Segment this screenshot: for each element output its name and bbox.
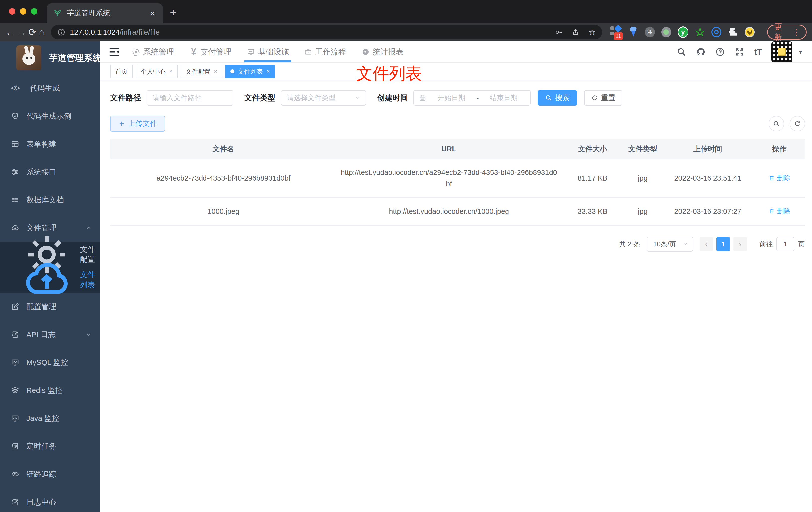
browser-update-button[interactable]: 更新 ⋮	[767, 25, 807, 40]
search-icon[interactable]	[676, 47, 686, 57]
extension-command-icon[interactable]: ⌘	[645, 27, 655, 37]
upload-button-label: 上传文件	[128, 119, 157, 129]
sidebar-item-file-list[interactable]: 文件列表	[0, 267, 100, 293]
extension-balloon-icon[interactable]	[628, 27, 638, 38]
screen: 芋道管理系统 × + ← → ⟳ ⌂ 127.0.0.1:1024/infra/…	[0, 0, 812, 512]
info-icon[interactable]	[57, 28, 65, 36]
sidebar-item-label: MySQL 监控	[26, 357, 92, 368]
update-label: 更新	[774, 22, 788, 42]
gear-icon	[132, 48, 140, 56]
top-navigation: 系统管理 ¥ 支付管理 基础设施	[131, 41, 418, 62]
topnav-payment[interactable]: ¥ 支付管理	[188, 41, 232, 62]
window-minimize-button[interactable]	[20, 8, 26, 15]
address-bar[interactable]: 127.0.0.1:1024/infra/file/file ☆	[51, 25, 602, 39]
sidebar-item-code-demo[interactable]: 代码生成示例	[0, 102, 100, 130]
table-grid-icon	[11, 196, 20, 204]
extension-star-icon[interactable]	[695, 27, 705, 38]
file-path-input[interactable]	[153, 94, 227, 102]
sidebar-item-db-doc[interactable]: 数据库文档	[0, 186, 100, 214]
browser-tab[interactable]: 芋道管理系统 ×	[47, 3, 163, 23]
date-end-placeholder[interactable]: 结束日期	[482, 93, 525, 103]
tag-file-config[interactable]: 文件配置 ×	[180, 65, 223, 78]
select-placeholder: 请选择文件类型	[287, 93, 336, 103]
sidebar-item-redis-monitor[interactable]: Redis 监控	[0, 377, 100, 404]
reload-button[interactable]: ⟳	[28, 27, 36, 37]
topnav-infrastructure[interactable]: 基础设施	[246, 41, 290, 62]
chevron-down-icon[interactable]: ▾	[799, 48, 802, 56]
back-button[interactable]: ←	[5, 27, 15, 37]
search-button[interactable]: 搜索	[538, 90, 577, 106]
page-1-button[interactable]: 1	[717, 237, 730, 251]
extension-puzzle-icon[interactable]	[728, 27, 738, 38]
delete-button[interactable]: 删除	[768, 207, 790, 216]
sidebar-collapse-icon[interactable]	[109, 47, 120, 57]
create-time-label: 创建时间	[377, 93, 408, 103]
file-type-select[interactable]: 请选择文件类型	[281, 90, 366, 106]
home-button[interactable]: ⌂	[38, 27, 46, 37]
extension-eye-icon[interactable]	[712, 27, 722, 37]
topnav-workflow[interactable]: 工作流程	[303, 41, 347, 62]
table-refresh-button[interactable]	[789, 116, 805, 131]
bookmark-star-icon[interactable]: ☆	[588, 27, 596, 37]
tag-home[interactable]: 首页	[110, 65, 133, 78]
command-glyph: ⌘	[647, 29, 653, 36]
sidebar-item-api-log[interactable]: API 日志	[0, 321, 100, 349]
delete-button[interactable]: 删除	[768, 174, 790, 182]
share-icon[interactable]	[571, 28, 580, 36]
forward-button[interactable]: →	[17, 27, 26, 37]
fullscreen-icon[interactable]	[735, 47, 745, 57]
browser-menu-icon[interactable]: ⋮	[792, 28, 800, 37]
page-size-select[interactable]: 10条/页	[647, 237, 693, 251]
sidebar-item-form-builder[interactable]: 表单构建	[0, 130, 100, 158]
sidebar-item-log-center[interactable]: 日志中心	[0, 488, 100, 512]
topnav-reports[interactable]: 统计报表	[360, 41, 405, 62]
document-edit-icon	[11, 330, 20, 339]
help-icon[interactable]	[716, 47, 725, 57]
tag-label: 文件列表	[238, 67, 263, 76]
browser-toolbar: ← → ⟳ ⌂ 127.0.0.1:1024/infra/file/file ☆	[0, 23, 812, 41]
font-size-icon[interactable]: tT	[754, 47, 761, 57]
header-actions: tT ▾	[676, 41, 802, 62]
password-key-icon[interactable]	[554, 28, 563, 36]
upload-file-button[interactable]: 上传文件	[110, 116, 165, 131]
search-button-label: 搜索	[555, 93, 570, 103]
sidebar-item-java-monitor[interactable]: Java 监控	[0, 404, 100, 432]
tag-file-list[interactable]: 文件列表 ×	[226, 65, 275, 78]
tab-close-icon[interactable]: ×	[148, 9, 156, 18]
chevron-left-icon: ‹	[705, 240, 707, 248]
sidebar-item-mysql-monitor[interactable]: MySQL 监控	[0, 349, 100, 377]
sidebar-item-scheduled-tasks[interactable]: 定时任务	[0, 432, 100, 460]
close-icon[interactable]: ×	[169, 68, 173, 75]
extension-y-icon[interactable]: y	[677, 26, 688, 38]
github-icon[interactable]	[696, 47, 705, 57]
tag-profile[interactable]: 个人中心 ×	[136, 65, 178, 78]
reset-button[interactable]: 重置	[584, 90, 622, 106]
sidebar-item-code-gen[interactable]: </> 代码生成	[0, 74, 100, 102]
refresh-icon	[794, 120, 801, 127]
active-dot	[230, 69, 234, 73]
delete-label: 删除	[777, 207, 790, 216]
date-range-picker[interactable]: 开始日期 - 结束日期	[413, 90, 531, 106]
window-close-button[interactable]	[9, 8, 16, 15]
sidebar-item-system-api[interactable]: 系统接口	[0, 158, 100, 186]
sidebar-item-trace[interactable]: 链路追踪	[0, 460, 100, 488]
date-start-placeholder[interactable]: 开始日期	[430, 93, 473, 103]
extension-emoji-icon[interactable]	[745, 27, 755, 37]
topnav-label: 支付管理	[201, 47, 231, 57]
extension-pinned-icon[interactable]: 11	[610, 25, 622, 39]
prev-page-button[interactable]: ‹	[699, 237, 713, 251]
trash-icon	[768, 175, 775, 181]
sidebar-logo[interactable]: 芋道管理系统	[0, 41, 100, 74]
topnav-system[interactable]: 系统管理	[131, 41, 175, 62]
goto-page-input[interactable]	[776, 237, 794, 251]
shield-check-icon	[11, 112, 20, 120]
table-search-toggle-button[interactable]	[768, 116, 784, 131]
table-row: 1000.jpeg http://test.yudao.iocoder.cn/1…	[110, 198, 805, 225]
new-tab-button[interactable]: +	[163, 7, 177, 22]
close-icon[interactable]: ×	[266, 68, 270, 75]
extension-recorder-icon[interactable]	[661, 27, 671, 37]
window-zoom-button[interactable]	[31, 8, 37, 15]
close-icon[interactable]: ×	[214, 68, 218, 75]
avatar[interactable]	[771, 41, 792, 62]
next-page-button[interactable]: ›	[733, 237, 747, 251]
